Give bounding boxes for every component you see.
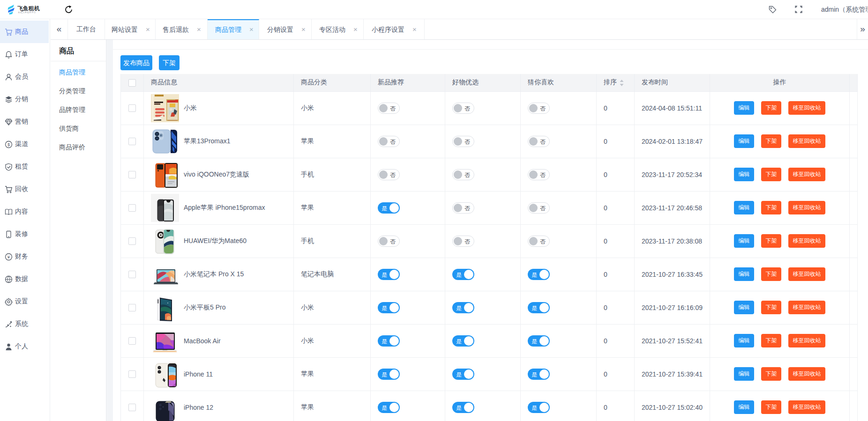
svg-text:¥: ¥ xyxy=(7,254,10,259)
svg-text:$: $ xyxy=(7,142,10,147)
